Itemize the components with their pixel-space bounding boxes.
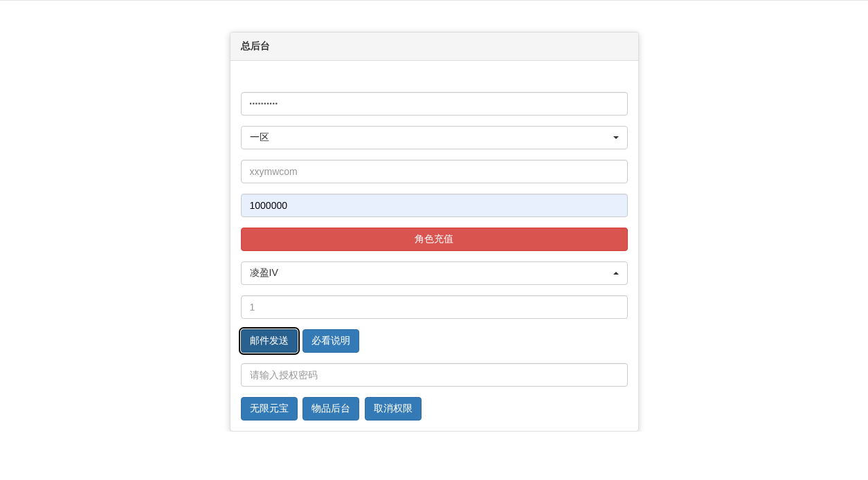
cancel-permission-button[interactable]: 取消权限 — [365, 397, 422, 421]
recharge-group: 角色充值 — [241, 228, 628, 251]
character-select-group: 凌盈IV — [241, 261, 628, 285]
password-input[interactable] — [241, 92, 628, 116]
item-backend-button[interactable]: 物品后台 — [302, 397, 359, 421]
panel-title: 总后台 — [241, 40, 628, 53]
bottom-button-row: 无限元宝 物品后台 取消权限 — [241, 397, 628, 421]
region-select-group: 一区 — [241, 126, 628, 149]
page-top-border — [0, 0, 868, 1]
mail-send-button[interactable]: 邮件发送 — [241, 329, 298, 353]
admin-panel: 总后台 一区 角色充值 凌盈IV — [230, 32, 639, 432]
account-group — [241, 160, 628, 183]
panel-header: 总后台 — [230, 33, 638, 61]
auth-password-input[interactable] — [241, 363, 628, 387]
amount-input[interactable] — [241, 194, 628, 217]
password-group — [241, 92, 628, 116]
panel-body: 一区 角色充值 凌盈IV 邮件发送 必看说明 — [230, 61, 638, 431]
caret-up-icon — [613, 272, 619, 275]
quantity-input[interactable] — [241, 295, 628, 319]
character-select-value: 凌盈IV — [250, 267, 278, 279]
amount-group — [241, 194, 628, 217]
recharge-button[interactable]: 角色充值 — [241, 228, 628, 251]
mail-button-row: 邮件发送 必看说明 — [241, 329, 628, 353]
character-select[interactable]: 凌盈IV — [241, 261, 628, 285]
caret-down-icon — [613, 136, 619, 139]
region-select[interactable]: 一区 — [241, 126, 628, 149]
quantity-group — [241, 295, 628, 319]
unlimited-yuanbao-button[interactable]: 无限元宝 — [241, 397, 298, 421]
account-input[interactable] — [241, 160, 628, 183]
region-select-value: 一区 — [250, 131, 269, 144]
must-read-button[interactable]: 必看说明 — [302, 329, 359, 353]
auth-password-group — [241, 363, 628, 387]
